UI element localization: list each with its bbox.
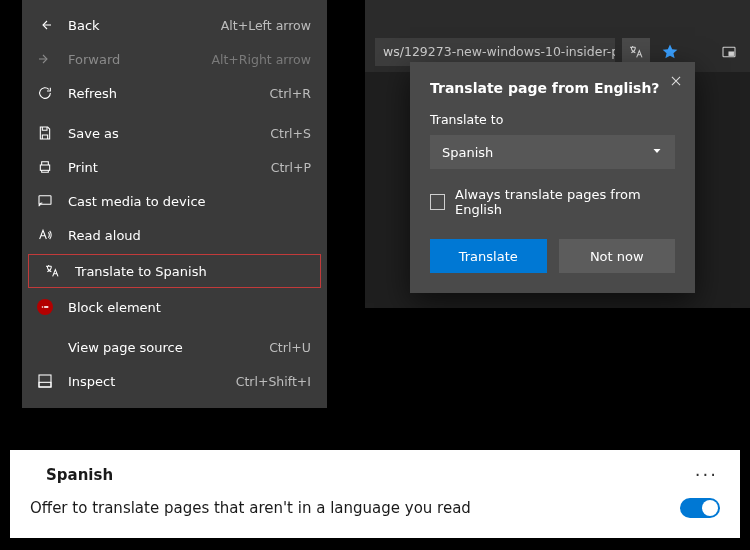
menu-read-aloud[interactable]: Read aloud [22, 218, 327, 252]
blank-icon [36, 338, 54, 356]
svg-rect-2 [40, 165, 49, 170]
menu-cast[interactable]: Cast media to device [22, 184, 327, 218]
menu-translate[interactable]: Translate to Spanish [29, 255, 320, 287]
popup-title: Translate page from English? [430, 80, 675, 96]
svg-rect-7 [39, 382, 51, 387]
menu-translate-highlight: Translate to Spanish [28, 254, 321, 288]
menu-block-element[interactable]: Block element [22, 290, 327, 324]
menu-label: Forward [68, 52, 197, 67]
menu-label: Print [68, 160, 257, 175]
language-select[interactable]: Spanish [430, 135, 675, 169]
settings-language-name: Spanish [46, 466, 720, 484]
menu-label: Inspect [68, 374, 222, 389]
offer-translate-label: Offer to translate pages that aren't in … [30, 499, 471, 517]
menu-shortcut: Alt+Right arrow [211, 52, 311, 67]
svg-rect-1 [729, 52, 734, 55]
picture-in-picture-icon[interactable] [715, 38, 743, 66]
menu-label: Block element [68, 300, 311, 315]
checkbox-label: Always translate pages from English [455, 187, 675, 217]
refresh-icon [36, 84, 54, 102]
language-settings-card: ··· Spanish Offer to translate pages tha… [10, 450, 740, 538]
close-icon[interactable] [669, 74, 683, 91]
menu-shortcut: Ctrl+P [271, 160, 311, 175]
translate-button[interactable]: Translate [430, 239, 547, 273]
offer-translate-toggle[interactable] [680, 498, 720, 518]
svg-rect-6 [39, 375, 51, 387]
menu-forward: Forward Alt+Right arrow [22, 42, 327, 76]
menu-label: Translate to Spanish [75, 264, 304, 279]
menu-shortcut: Alt+Left arrow [221, 18, 311, 33]
svg-point-4 [42, 306, 44, 308]
menu-refresh[interactable]: Refresh Ctrl+R [22, 76, 327, 110]
menu-label: Back [68, 18, 207, 33]
menu-inspect[interactable]: Inspect Ctrl+Shift+I [22, 364, 327, 398]
menu-shortcut: Ctrl+U [269, 340, 311, 355]
chevron-down-icon [651, 145, 663, 160]
not-now-button[interactable]: Not now [559, 239, 676, 273]
ublock-icon [36, 298, 54, 316]
inspect-icon [36, 372, 54, 390]
menu-label: Read aloud [68, 228, 311, 243]
save-icon [36, 124, 54, 142]
menu-shortcut: Ctrl+S [270, 126, 311, 141]
svg-rect-5 [44, 306, 48, 308]
forward-arrow-icon [36, 50, 54, 68]
more-options-icon[interactable]: ··· [695, 464, 718, 485]
menu-label: Refresh [68, 86, 256, 101]
cast-icon [36, 192, 54, 210]
checkbox-box [430, 194, 445, 210]
menu-label: View page source [68, 340, 255, 355]
menu-label: Cast media to device [68, 194, 311, 209]
menu-print[interactable]: Print Ctrl+P [22, 150, 327, 184]
always-translate-checkbox[interactable]: Always translate pages from English [430, 187, 675, 217]
back-arrow-icon [36, 16, 54, 34]
read-aloud-icon [36, 226, 54, 244]
translate-popup: Translate page from English? Translate t… [410, 62, 695, 293]
menu-shortcut: Ctrl+Shift+I [236, 374, 311, 389]
menu-shortcut: Ctrl+R [270, 86, 311, 101]
menu-back[interactable]: Back Alt+Left arrow [22, 8, 327, 42]
menu-view-source[interactable]: View page source Ctrl+U [22, 330, 327, 364]
translate-to-label: Translate to [430, 112, 675, 127]
translate-icon [43, 262, 61, 280]
language-select-value: Spanish [442, 145, 493, 160]
menu-save-as[interactable]: Save as Ctrl+S [22, 116, 327, 150]
menu-label: Save as [68, 126, 256, 141]
print-icon [36, 158, 54, 176]
page-context-menu: Back Alt+Left arrow Forward Alt+Right ar… [22, 0, 327, 408]
